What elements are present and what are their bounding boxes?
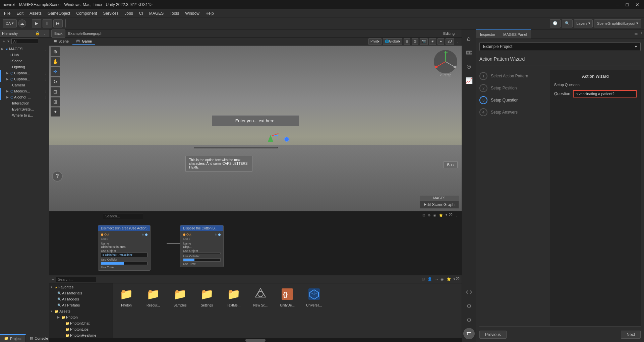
- menu-mages[interactable]: MAGES: [147, 10, 166, 16]
- search-button[interactable]: 🔍: [562, 19, 573, 27]
- grid-btn[interactable]: ⊞: [404, 38, 410, 45]
- asset-samples[interactable]: 📁 Samples: [169, 286, 191, 307]
- photonrealtime-folder[interactable]: 📁 PhotonRealtime: [49, 332, 113, 338]
- vr-icon[interactable]: [463, 46, 475, 59]
- console-tab[interactable]: ▤ Console: [26, 334, 52, 342]
- play-button[interactable]: ▶: [32, 19, 41, 27]
- asset-settings[interactable]: 📁 Settings: [196, 286, 218, 307]
- scale-tool[interactable]: ↻: [51, 77, 60, 86]
- hierarchy-more[interactable]: ⋮: [42, 31, 47, 36]
- snap-btn[interactable]: ⊠: [412, 38, 418, 45]
- step-2[interactable]: 2 Setup Position: [479, 82, 550, 94]
- home-icon[interactable]: ⌂: [463, 32, 475, 45]
- back-button[interactable]: Back: [51, 29, 65, 38]
- ng-more[interactable]: ⋮: [454, 213, 459, 217]
- sg-more[interactable]: ⋮: [455, 31, 460, 36]
- favorites-header[interactable]: ▾ ★ Favorites: [49, 284, 113, 290]
- ng-icon3[interactable]: ◉: [432, 213, 437, 217]
- viewport-more[interactable]: ⋮: [455, 39, 460, 44]
- maximize-button[interactable]: □: [624, 2, 631, 7]
- select-tool[interactable]: ⊕: [51, 47, 60, 56]
- menu-services[interactable]: Services: [100, 10, 121, 16]
- step-button[interactable]: ⏭: [53, 19, 63, 27]
- tree-item-camera[interactable]: ○ Camera: [0, 82, 49, 88]
- project-dropdown[interactable]: Example Project ▾: [479, 42, 641, 51]
- close-button[interactable]: ✕: [633, 2, 641, 7]
- mages-tab[interactable]: MAGES Panel: [499, 29, 531, 39]
- step-1[interactable]: 1 Select Action Pattern: [479, 70, 550, 82]
- cloud-button[interactable]: ☁: [18, 19, 26, 27]
- da-dropdown[interactable]: DA ▾: [3, 19, 17, 27]
- tree-item-scene[interactable]: ○ Scene: [0, 58, 49, 64]
- game-tab[interactable]: 🎮 Game: [72, 38, 95, 45]
- tree-item-hub[interactable]: ○ Hub: [0, 52, 49, 58]
- custom-tool[interactable]: ✦: [51, 107, 60, 117]
- asset-view1[interactable]: ⊡: [421, 277, 425, 281]
- rotate-tool[interactable]: ✛: [51, 67, 60, 76]
- right-expand[interactable]: ≫: [634, 32, 639, 36]
- mode2d-btn[interactable]: 2D: [446, 38, 454, 45]
- hierarchy-lock[interactable]: 🔒: [35, 31, 41, 36]
- layout-dropdown[interactable]: SceneGraphEditLayout ▾: [594, 19, 641, 27]
- menu-file[interactable]: File: [1, 10, 13, 16]
- add-asset-button[interactable]: +: [51, 277, 55, 281]
- help-button[interactable]: ?: [52, 171, 63, 182]
- menu-help[interactable]: Help: [203, 10, 217, 16]
- hierarchy-search-input[interactable]: [11, 39, 38, 44]
- menu-assets[interactable]: Assets: [27, 10, 44, 16]
- menu-edit[interactable]: Edit: [14, 10, 26, 16]
- tree-item-lighting[interactable]: ○ Lighting: [0, 64, 49, 70]
- tree-item-cupboard2[interactable]: ▶ ⬡ Cupboa... ⋮: [0, 76, 49, 82]
- ng-icon2[interactable]: ⊕: [427, 213, 431, 217]
- fav-prefabs[interactable]: 🔍 All Prefabs: [49, 302, 113, 308]
- ng-expand[interactable]: ⊡: [422, 213, 426, 217]
- asset-resources[interactable]: 📁 Resour...: [142, 286, 164, 307]
- project-tab[interactable]: 📁 Project: [0, 334, 26, 342]
- network-icon[interactable]: ⊛: [463, 60, 475, 73]
- next-button[interactable]: Next: [621, 331, 641, 339]
- ng-icon4[interactable]: ⭐: [438, 213, 444, 217]
- menu-ci[interactable]: CI: [136, 10, 146, 16]
- asset-search-input[interactable]: [56, 277, 96, 282]
- tree-item-cupboard1[interactable]: ▶ ⬡ Cupboa... ⋮: [0, 70, 49, 76]
- previous-button[interactable]: Previous: [479, 331, 507, 339]
- assets-header[interactable]: ▾ 📁 Assets: [49, 308, 113, 314]
- menu-tools[interactable]: Tools: [167, 10, 182, 16]
- pivot-btn[interactable]: Pivot ▾: [368, 38, 382, 45]
- bottom-scrollbar[interactable]: [49, 338, 462, 342]
- settings2-icon[interactable]: ⚙: [463, 314, 475, 327]
- tree-item-interaction[interactable]: ○ Interaction: [0, 100, 49, 106]
- pause-button[interactable]: ⏸: [43, 19, 52, 27]
- tree-item-eventsys[interactable]: ○ EventSyste...: [0, 106, 49, 112]
- photonlibs-folder[interactable]: 📁 PhotonLibs: [49, 326, 113, 332]
- node-dispose[interactable]: Dispose the Cotton B... Out In Out ▸ Nam…: [180, 225, 224, 267]
- avatar-icon[interactable]: TT: [463, 328, 475, 339]
- asset-view3[interactable]: ⊸: [434, 277, 438, 281]
- right-more[interactable]: ⋮: [639, 32, 644, 36]
- menu-window[interactable]: Window: [182, 10, 202, 16]
- fav-models[interactable]: 🔍 All Models: [49, 296, 113, 302]
- chart-icon[interactable]: 📈: [463, 74, 475, 87]
- node-disinfect[interactable]: Disinfect skin area (Use Action) Out In …: [98, 225, 151, 271]
- render-btn[interactable]: ☀: [429, 38, 436, 45]
- camera-btn[interactable]: 📷: [420, 38, 428, 45]
- asset-unitydefault[interactable]: {} UnityDe...: [277, 286, 298, 307]
- hierarchy-arrow[interactable]: ▾: [7, 39, 10, 44]
- nav-arrow[interactable]: Bu ›: [444, 161, 458, 168]
- tree-item-mages[interactable]: ▶ ★ MAGES! ⋮: [0, 46, 49, 52]
- asset-newscene[interactable]: New Sc...: [250, 286, 271, 307]
- asset-view5[interactable]: ⭐: [446, 277, 452, 281]
- photon-folder[interactable]: ▶ 📁 Photon: [49, 314, 113, 320]
- inspector-tab[interactable]: Inspector: [476, 29, 499, 39]
- asset-universalrp[interactable]: Universa...: [303, 286, 325, 307]
- scene-tab[interactable]: ⊞ Scene: [51, 38, 72, 45]
- asset-view4[interactable]: ◉: [440, 277, 445, 281]
- global-btn[interactable]: 🌐 Global ▾: [383, 38, 402, 45]
- transform-tool[interactable]: ⊞: [51, 97, 60, 107]
- menu-jobs[interactable]: Jobs: [122, 10, 135, 16]
- fx-btn[interactable]: ✦: [437, 38, 444, 45]
- asset-view2[interactable]: 👤: [427, 277, 433, 281]
- history-button[interactable]: 🕐: [550, 19, 561, 27]
- minimize-button[interactable]: ─: [614, 2, 621, 7]
- tree-item-alcohol[interactable]: ▶ ⬡ Alcohol_... ⋮: [0, 94, 49, 100]
